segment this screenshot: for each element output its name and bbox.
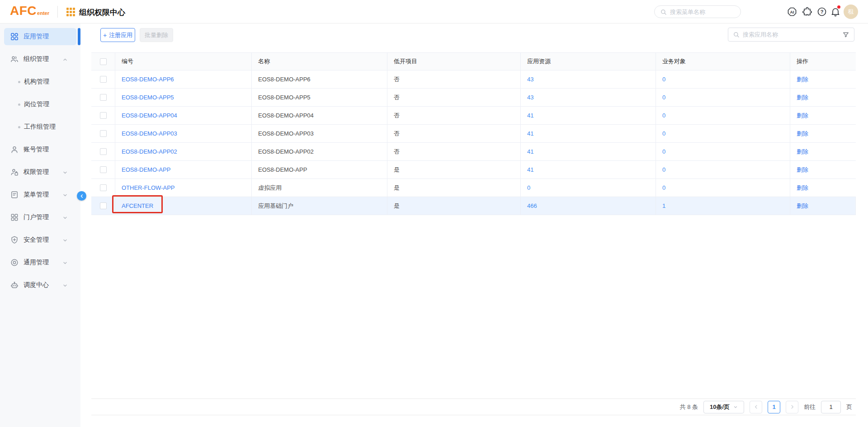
row-checkbox[interactable] xyxy=(100,76,107,83)
resource-count-link[interactable]: 0 xyxy=(527,184,530,191)
table-header-row: 编号 名称 低开项目 应用资源 业务对象 操作 xyxy=(91,52,856,70)
object-count-link[interactable]: 0 xyxy=(662,130,665,137)
notification-bell-icon[interactable] xyxy=(830,6,841,17)
table-row: EOS8-DEMO-APP5 EOS8-DEMO-APP5 否 43 0 删除 xyxy=(91,89,856,107)
sidebar-subitem-position-management[interactable]: 岗位管理 xyxy=(0,93,80,116)
delete-link[interactable]: 删除 xyxy=(797,202,808,210)
batch-delete-button[interactable]: 批量删除 xyxy=(140,28,173,42)
header-divider xyxy=(57,6,58,18)
object-count-link[interactable]: 1 xyxy=(662,202,665,209)
lowcode-flag: 是 xyxy=(387,179,521,197)
prev-page-button[interactable] xyxy=(750,401,762,413)
bullet-icon xyxy=(18,81,20,83)
lowcode-flag: 是 xyxy=(387,197,521,215)
delete-link[interactable]: 删除 xyxy=(797,112,808,120)
delete-link[interactable]: 删除 xyxy=(797,94,808,102)
search-icon xyxy=(660,9,667,15)
row-checkbox[interactable] xyxy=(100,148,107,155)
delete-link[interactable]: 删除 xyxy=(797,166,808,174)
object-count-link[interactable]: 0 xyxy=(662,184,665,191)
object-count-link[interactable]: 0 xyxy=(662,166,665,173)
app-name: EOS8-DEMO-APP5 xyxy=(252,89,387,107)
sidebar-item-organization-management[interactable]: 组织管理 xyxy=(0,48,80,70)
object-count-link[interactable]: 0 xyxy=(662,112,665,119)
resource-count-link[interactable]: 41 xyxy=(527,166,533,173)
sidebar-subitem-workgroup-management[interactable]: 工作组管理 xyxy=(0,116,80,138)
app-code-link[interactable]: OTHER-FLOW-APP xyxy=(122,184,175,191)
row-checkbox[interactable] xyxy=(100,202,107,209)
app-code-link[interactable]: EOS8-DEMO-APP xyxy=(122,166,170,173)
resource-count-link[interactable]: 43 xyxy=(527,94,533,101)
row-checkbox[interactable] xyxy=(100,94,107,101)
delete-link[interactable]: 删除 xyxy=(797,130,808,138)
app-grid-icon[interactable] xyxy=(66,8,75,16)
sidebar-subitem-institution-management[interactable]: 机构管理 xyxy=(0,70,80,93)
sidebar-item-portal-management[interactable]: 门户管理 xyxy=(0,206,80,229)
app-code-link[interactable]: EOS8-DEMO-APP03 xyxy=(122,130,177,137)
next-page-button[interactable] xyxy=(786,401,798,413)
user-avatar[interactable]: 租 xyxy=(844,5,858,19)
resource-count-link[interactable]: 41 xyxy=(527,148,533,155)
app-code-link-afcenter[interactable]: AFCENTER xyxy=(122,202,153,209)
object-count-link[interactable]: 0 xyxy=(662,76,665,83)
bullet-icon xyxy=(18,126,20,128)
sidebar-item-label: 门户管理 xyxy=(24,213,49,221)
delete-link[interactable]: 删除 xyxy=(797,148,808,156)
app-code-link[interactable]: EOS8-DEMO-APP5 xyxy=(122,94,174,101)
object-count-link[interactable]: 0 xyxy=(662,148,665,155)
row-checkbox[interactable] xyxy=(100,166,107,173)
sidebar-collapse-button[interactable] xyxy=(77,191,86,201)
resource-count-link[interactable]: 41 xyxy=(527,112,533,119)
ai-assistant-icon[interactable]: AI xyxy=(787,6,797,17)
menu-search-box[interactable] xyxy=(654,5,741,18)
filter-funnel-icon[interactable] xyxy=(842,31,849,38)
document-list-icon xyxy=(10,190,19,199)
app-search-box[interactable] xyxy=(728,28,854,42)
sidebar-subitem-label: 工作组管理 xyxy=(24,123,56,131)
sidebar-item-general-management[interactable]: 通用管理 xyxy=(0,251,80,274)
resource-count-link[interactable]: 466 xyxy=(527,202,537,209)
plugin-icon[interactable] xyxy=(802,6,813,17)
notification-dot xyxy=(837,5,840,9)
brand-logo[interactable]: AFC enter xyxy=(10,4,49,18)
sidebar-item-permission-management[interactable]: 权限管理 xyxy=(0,161,80,183)
sidebar-item-account-management[interactable]: 账号管理 xyxy=(0,138,80,161)
current-page-button[interactable]: 1 xyxy=(768,401,780,413)
row-checkbox[interactable] xyxy=(100,184,107,191)
help-icon[interactable]: ? xyxy=(816,6,827,17)
sidebar-subitem-label: 岗位管理 xyxy=(24,100,49,108)
menu-search-input[interactable] xyxy=(670,9,735,15)
goto-page-input[interactable] xyxy=(821,401,841,413)
main-content: + 注册应用 批量删除 编号 名称 低开项目 应用资源 业务对象 操作 EOS8… xyxy=(80,23,868,427)
row-checkbox[interactable] xyxy=(100,130,107,137)
resource-count-link[interactable]: 41 xyxy=(527,130,533,137)
row-checkbox[interactable] xyxy=(100,112,107,119)
app-code-link[interactable]: EOS8-DEMO-APP04 xyxy=(122,112,177,119)
page-size-select[interactable]: 10条/页 xyxy=(703,401,744,413)
column-header-objects: 业务对象 xyxy=(656,52,790,70)
select-all-checkbox[interactable] xyxy=(100,58,107,65)
search-icon xyxy=(733,31,740,38)
delete-link[interactable]: 删除 xyxy=(797,184,808,192)
chevron-down-icon xyxy=(62,169,68,175)
delete-link[interactable]: 删除 xyxy=(797,75,808,84)
lowcode-flag: 是 xyxy=(387,161,521,179)
table-row: EOS8-DEMO-APP03 EOS8-DEMO-APP03 否 41 0 删… xyxy=(91,125,856,143)
sidebar-item-menu-management[interactable]: 菜单管理 xyxy=(0,183,80,206)
sidebar-item-security-management[interactable]: 安全管理 xyxy=(0,229,80,251)
sidebar: 应用管理 组织管理 机构管理 岗位管理 工作组管理 xyxy=(0,23,80,427)
sidebar-item-label: 账号管理 xyxy=(24,145,49,154)
register-app-button[interactable]: + 注册应用 xyxy=(100,28,135,42)
app-search-input[interactable] xyxy=(743,31,842,38)
object-count-link[interactable]: 0 xyxy=(662,94,665,101)
pagination-bar: 共 8 条 10条/页 1 前往 页 xyxy=(91,399,856,415)
app-name: EOS8-DEMO-APP03 xyxy=(252,125,387,143)
sidebar-item-label: 组织管理 xyxy=(24,55,49,63)
table-row: EOS8-DEMO-APP04 EOS8-DEMO-APP04 否 41 0 删… xyxy=(91,107,856,125)
app-code-link[interactable]: EOS8-DEMO-APP6 xyxy=(122,76,174,83)
svg-text:AI: AI xyxy=(790,10,794,14)
app-code-link[interactable]: EOS8-DEMO-APP02 xyxy=(122,148,177,155)
resource-count-link[interactable]: 43 xyxy=(527,76,533,83)
sidebar-item-scheduling-center[interactable]: 调度中心 xyxy=(0,274,80,296)
sidebar-item-app-management[interactable]: 应用管理 xyxy=(4,28,76,45)
